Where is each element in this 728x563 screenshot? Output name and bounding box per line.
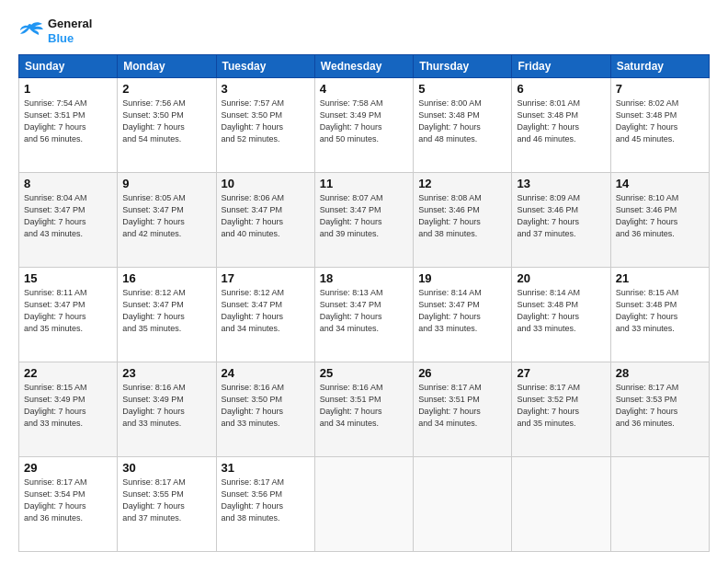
day-number: 6 [517,82,605,96]
day-number: 24 [222,366,310,380]
day-info: Sunrise: 8:00 AMSunset: 3:48 PMDaylight:… [418,98,482,144]
day-number: 10 [222,177,310,190]
day-header-wednesday: Wednesday [314,55,413,78]
calendar-cell [610,457,709,552]
calendar-cell: 24 Sunrise: 8:16 AMSunset: 3:50 PMDaylig… [216,362,314,457]
day-info: Sunrise: 8:10 AMSunset: 3:46 PMDaylight:… [616,193,679,238]
day-number: 2 [122,82,210,96]
day-number: 8 [24,177,112,190]
day-number: 22 [24,366,112,380]
day-number: 13 [517,177,605,190]
day-number: 20 [517,271,605,285]
day-info: Sunrise: 8:17 AMSunset: 3:53 PMDaylight:… [616,383,679,428]
calendar-header-row: SundayMondayTuesdayWednesdayThursdayFrid… [19,55,710,78]
day-number: 15 [24,271,112,285]
calendar-cell: 30 Sunrise: 8:17 AMSunset: 3:55 PMDaylig… [118,457,216,552]
calendar-cell: 1 Sunrise: 7:54 AMSunset: 3:51 PMDayligh… [19,78,118,173]
day-header-thursday: Thursday [414,55,512,78]
day-number: 14 [616,177,704,190]
calendar-cell: 21 Sunrise: 8:15 AMSunset: 3:48 PMDaylig… [610,268,709,362]
calendar-cell [512,457,610,552]
calendar-cell: 28 Sunrise: 8:17 AMSunset: 3:53 PMDaylig… [610,362,709,457]
day-number: 9 [122,177,210,190]
day-info: Sunrise: 8:09 AMSunset: 3:46 PMDaylight:… [517,193,580,238]
day-number: 3 [222,82,310,96]
calendar-cell: 5 Sunrise: 8:00 AMSunset: 3:48 PMDayligh… [414,78,512,173]
day-info: Sunrise: 8:17 AMSunset: 3:56 PMDaylight:… [222,477,285,523]
logo-icon [18,21,44,41]
day-info: Sunrise: 8:17 AMSunset: 3:51 PMDaylight:… [418,383,482,428]
calendar-cell: 2 Sunrise: 7:56 AMSunset: 3:50 PMDayligh… [118,78,216,173]
day-info: Sunrise: 8:12 AMSunset: 3:47 PMDaylight:… [122,288,186,333]
day-info: Sunrise: 8:16 AMSunset: 3:50 PMDaylight:… [222,383,285,428]
day-info: Sunrise: 8:16 AMSunset: 3:49 PMDaylight:… [122,383,186,428]
calendar-cell: 8 Sunrise: 8:04 AMSunset: 3:47 PMDayligh… [19,173,118,268]
day-number: 16 [122,271,210,285]
day-number: 7 [616,82,704,96]
calendar-cell: 7 Sunrise: 8:02 AMSunset: 3:48 PMDayligh… [610,78,709,173]
day-info: Sunrise: 8:16 AMSunset: 3:51 PMDaylight:… [320,383,383,428]
calendar-cell: 19 Sunrise: 8:14 AMSunset: 3:47 PMDaylig… [414,268,512,362]
day-info: Sunrise: 8:01 AMSunset: 3:48 PMDaylight:… [517,98,580,144]
day-number: 23 [122,366,210,380]
day-info: Sunrise: 8:08 AMSunset: 3:46 PMDaylight:… [418,193,482,238]
calendar-table: SundayMondayTuesdayWednesdayThursdayFrid… [18,54,710,552]
day-info: Sunrise: 8:11 AMSunset: 3:47 PMDaylight:… [24,288,87,333]
calendar-cell: 11 Sunrise: 8:07 AMSunset: 3:47 PMDaylig… [314,173,413,268]
day-info: Sunrise: 7:54 AMSunset: 3:51 PMDaylight:… [24,98,87,144]
day-number: 17 [222,271,310,285]
calendar-cell: 3 Sunrise: 7:57 AMSunset: 3:50 PMDayligh… [216,78,314,173]
calendar-cell [314,457,413,552]
day-number: 30 [122,461,210,475]
day-number: 26 [418,366,506,380]
day-info: Sunrise: 8:14 AMSunset: 3:48 PMDaylight:… [517,288,580,333]
calendar-cell: 27 Sunrise: 8:17 AMSunset: 3:52 PMDaylig… [512,362,610,457]
calendar-cell: 12 Sunrise: 8:08 AMSunset: 3:46 PMDaylig… [414,173,512,268]
calendar-week-4: 22 Sunrise: 8:15 AMSunset: 3:49 PMDaylig… [19,362,710,457]
day-info: Sunrise: 8:17 AMSunset: 3:55 PMDaylight:… [122,477,186,523]
calendar-week-5: 29 Sunrise: 8:17 AMSunset: 3:54 PMDaylig… [19,457,710,552]
day-info: Sunrise: 8:12 AMSunset: 3:47 PMDaylight:… [222,288,285,333]
calendar-cell: 10 Sunrise: 8:06 AMSunset: 3:47 PMDaylig… [216,173,314,268]
day-info: Sunrise: 8:02 AMSunset: 3:48 PMDaylight:… [616,98,679,144]
day-number: 19 [418,271,506,285]
calendar-cell: 29 Sunrise: 8:17 AMSunset: 3:54 PMDaylig… [19,457,118,552]
day-number: 4 [320,82,408,96]
day-number: 29 [24,461,112,475]
day-header-saturday: Saturday [610,55,709,78]
logo: General Blue [18,17,92,45]
day-info: Sunrise: 7:57 AMSunset: 3:50 PMDaylight:… [222,98,285,144]
calendar-cell: 9 Sunrise: 8:05 AMSunset: 3:47 PMDayligh… [118,173,216,268]
header: General Blue [18,17,710,45]
calendar-week-1: 1 Sunrise: 7:54 AMSunset: 3:51 PMDayligh… [19,78,710,173]
day-info: Sunrise: 8:14 AMSunset: 3:47 PMDaylight:… [418,288,482,333]
calendar-cell: 26 Sunrise: 8:17 AMSunset: 3:51 PMDaylig… [414,362,512,457]
day-header-monday: Monday [118,55,216,78]
calendar-cell: 18 Sunrise: 8:13 AMSunset: 3:47 PMDaylig… [314,268,413,362]
day-number: 27 [517,366,605,380]
calendar-cell: 4 Sunrise: 7:58 AMSunset: 3:49 PMDayligh… [314,78,413,173]
day-info: Sunrise: 8:04 AMSunset: 3:47 PMDaylight:… [24,193,87,238]
calendar-week-2: 8 Sunrise: 8:04 AMSunset: 3:47 PMDayligh… [19,173,710,268]
calendar-cell: 23 Sunrise: 8:16 AMSunset: 3:49 PMDaylig… [118,362,216,457]
day-info: Sunrise: 8:06 AMSunset: 3:47 PMDaylight:… [222,193,285,238]
logo-text: General Blue [48,17,92,45]
day-header-friday: Friday [512,55,610,78]
day-info: Sunrise: 8:07 AMSunset: 3:47 PMDaylight:… [320,193,383,238]
calendar-cell: 20 Sunrise: 8:14 AMSunset: 3:48 PMDaylig… [512,268,610,362]
calendar-week-3: 15 Sunrise: 8:11 AMSunset: 3:47 PMDaylig… [19,268,710,362]
calendar-cell: 6 Sunrise: 8:01 AMSunset: 3:48 PMDayligh… [512,78,610,173]
day-number: 18 [320,271,408,285]
day-number: 12 [418,177,506,190]
day-number: 5 [418,82,506,96]
day-info: Sunrise: 8:15 AMSunset: 3:49 PMDaylight:… [24,383,87,428]
day-header-tuesday: Tuesday [216,55,314,78]
calendar-cell: 22 Sunrise: 8:15 AMSunset: 3:49 PMDaylig… [19,362,118,457]
day-number: 31 [222,461,310,475]
day-info: Sunrise: 7:56 AMSunset: 3:50 PMDaylight:… [122,98,186,144]
calendar-cell: 25 Sunrise: 8:16 AMSunset: 3:51 PMDaylig… [314,362,413,457]
calendar-cell: 16 Sunrise: 8:12 AMSunset: 3:47 PMDaylig… [118,268,216,362]
calendar-cell: 31 Sunrise: 8:17 AMSunset: 3:56 PMDaylig… [216,457,314,552]
calendar-cell: 17 Sunrise: 8:12 AMSunset: 3:47 PMDaylig… [216,268,314,362]
day-info: Sunrise: 7:58 AMSunset: 3:49 PMDaylight:… [320,98,383,144]
